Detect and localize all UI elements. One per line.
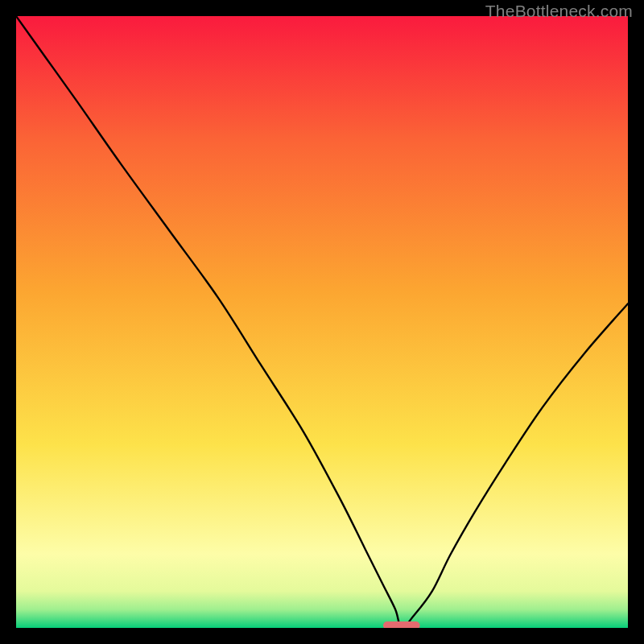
- watermark-label: TheBottleneck.com: [485, 2, 633, 21]
- plot-background: [16, 16, 628, 628]
- plateau-marker: [383, 621, 420, 628]
- bottleneck-plot: [16, 16, 628, 628]
- chart-stage: TheBottleneck.com: [0, 0, 644, 644]
